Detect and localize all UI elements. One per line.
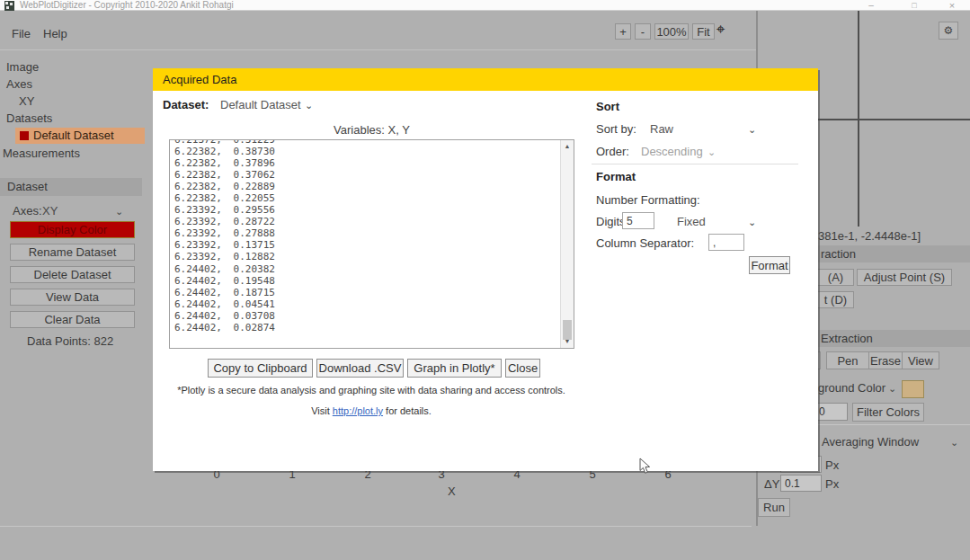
data-scrollbar[interactable]: ▲ ▼	[560, 140, 574, 348]
axes-select-label: Axes:	[13, 204, 42, 218]
visit-line: Visit http://plot.ly for details.	[160, 405, 583, 416]
tree-item-measurements[interactable]: Measurements	[3, 147, 80, 160]
delete-point-button[interactable]: t (D)	[818, 291, 854, 308]
delta-y-label: ΔY	[764, 477, 779, 491]
zoom-level-button[interactable]: 100%	[654, 23, 689, 40]
axes-select-chevron-icon[interactable]: ⌄	[115, 207, 123, 217]
mouse-cursor	[639, 458, 651, 475]
sort-by-chevron-icon[interactable]: ⌄	[748, 125, 756, 135]
digits-mode-chevron-icon[interactable]: ⌄	[748, 218, 756, 227]
app-icon	[4, 1, 14, 11]
run-button[interactable]: Run	[758, 498, 790, 517]
sort-heading: Sort	[596, 100, 619, 113]
manual-extraction-header: raction	[818, 245, 970, 262]
cursor-position-readout: 381e-1, -2.4448e-1]	[818, 229, 921, 243]
order-chevron-icon[interactable]: ⌄	[707, 147, 716, 157]
tree-item-image[interactable]: Image	[6, 60, 39, 74]
delta-x-unit: Px	[825, 458, 839, 472]
menu-help[interactable]: Help	[43, 27, 67, 40]
sort-format-divider	[592, 164, 798, 164]
graph-in-plotly-button[interactable]: Graph in Plotly*	[407, 359, 502, 378]
acquired-data-modal: Acquired Data Dataset: Default Dataset ⌄…	[153, 68, 818, 471]
color-mode-chevron-icon[interactable]: ⌄	[888, 384, 896, 394]
x-axis-label: X	[448, 484, 456, 498]
tree-item-axes[interactable]: Axes	[6, 77, 32, 91]
data-values: 6.21372, 0.31229 6.22382, 0.38730 6.2238…	[170, 139, 574, 333]
display-color-button[interactable]: Display Color	[10, 221, 135, 238]
modal-dataset-label: Dataset:	[163, 98, 209, 111]
visit-prefix: Visit	[311, 405, 333, 416]
dataset-marker-icon	[20, 131, 29, 140]
sort-by-value[interactable]: Raw	[650, 122, 673, 136]
zoom-in-button[interactable]: +	[615, 23, 631, 40]
menu-file[interactable]: File	[12, 27, 31, 40]
modal-title-bar[interactable]: Acquired Data	[153, 68, 818, 91]
order-value[interactable]: Descending	[641, 145, 703, 158]
window-title-bar: WebPlotDigitizer - Copyright 2010-2020 A…	[0, 0, 970, 11]
order-label: Order:	[596, 145, 629, 158]
format-heading: Format	[596, 170, 636, 183]
copy-to-clipboard-button[interactable]: Copy to Clipboard	[208, 359, 313, 378]
visit-suffix: for details.	[383, 405, 432, 416]
algorithm-chevron-icon[interactable]: ⌄	[950, 438, 958, 448]
filter-colors-button[interactable]: Filter Colors	[852, 403, 924, 422]
window-title: WebPlotDigitizer - Copyright 2010-2020 A…	[20, 0, 234, 11]
variables-label: Variables: X, Y	[169, 123, 574, 137]
color-mode-label[interactable]: ground Color	[818, 381, 885, 395]
close-icon[interactable]: ×	[942, 0, 962, 11]
minimize-icon[interactable]: –	[861, 0, 881, 11]
digits-input[interactable]	[622, 212, 654, 229]
mask-view-button[interactable]: View	[902, 351, 939, 369]
maximize-icon[interactable]: □	[904, 0, 924, 11]
menu-divider	[0, 49, 756, 50]
algorithm-select-value[interactable]: Averaging Window	[822, 435, 919, 449]
column-separator-input[interactable]	[708, 234, 744, 251]
delta-y-input[interactable]	[780, 475, 822, 492]
download-csv-button[interactable]: Download .CSV	[316, 359, 404, 378]
number-formatting-label: Number Formatting:	[596, 193, 700, 207]
data-textarea[interactable]: 6.21372, 0.31229 6.22382, 0.38730 6.2238…	[169, 139, 574, 349]
digits-mode-value[interactable]: Fixed	[677, 215, 706, 228]
dataset-section-title: Dataset	[7, 180, 48, 193]
canvas-bottom-divider	[0, 526, 752, 527]
data-points-count: Data Points: 822	[27, 334, 113, 348]
axes-select-value[interactable]: XY	[42, 204, 58, 218]
adjust-point-button[interactable]: Adjust Point (S)	[857, 269, 952, 286]
close-button[interactable]: Close	[505, 359, 540, 378]
modal-title: Acquired Data	[163, 73, 236, 86]
add-point-button[interactable]: (A)	[818, 269, 854, 286]
plotly-footnote: *Plotly is a secure data analysis and gr…	[160, 385, 583, 396]
gear-icon[interactable]: ⚙	[939, 22, 958, 40]
delta-y-unit: Px	[825, 477, 839, 491]
tree-item-datasets[interactable]: Datasets	[6, 111, 52, 125]
tree-item-default-dataset[interactable]: Default Dataset	[15, 128, 145, 144]
dataset-section-header: Dataset	[0, 178, 142, 196]
scroll-up-icon[interactable]: ▲	[561, 140, 574, 153]
automatic-extraction-header: Extraction	[818, 330, 970, 347]
mask-pen-button[interactable]: Pen	[826, 351, 869, 369]
sort-by-label: Sort by:	[596, 122, 636, 136]
tree-item-default-dataset-label: Default Dataset	[33, 129, 114, 142]
delete-dataset-button[interactable]: Delete Dataset	[10, 266, 135, 283]
zoom-out-button[interactable]: -	[635, 23, 651, 40]
modal-dataset-value[interactable]: Default Dataset	[220, 98, 301, 111]
plotly-link[interactable]: http://plot.ly	[333, 405, 383, 416]
view-data-button[interactable]: View Data	[10, 289, 135, 306]
tree-item-xy[interactable]: XY	[19, 94, 34, 108]
scroll-down-icon[interactable]: ▼	[561, 335, 574, 348]
modal-dataset-chevron-icon[interactable]: ⌄	[305, 101, 313, 111]
format-button[interactable]: Format	[749, 256, 790, 274]
rename-dataset-button[interactable]: Rename Dataset	[10, 244, 135, 261]
mask-erase-button[interactable]: Erase	[868, 351, 903, 369]
color-swatch[interactable]	[902, 380, 924, 398]
column-separator-label: Column Separator:	[596, 236, 694, 250]
fit-button[interactable]: Fit	[692, 23, 715, 40]
clear-data-button[interactable]: Clear Data	[10, 311, 135, 328]
pan-crosshair-icon[interactable]: ⌖	[716, 21, 725, 39]
right-panel-divider	[818, 424, 970, 425]
